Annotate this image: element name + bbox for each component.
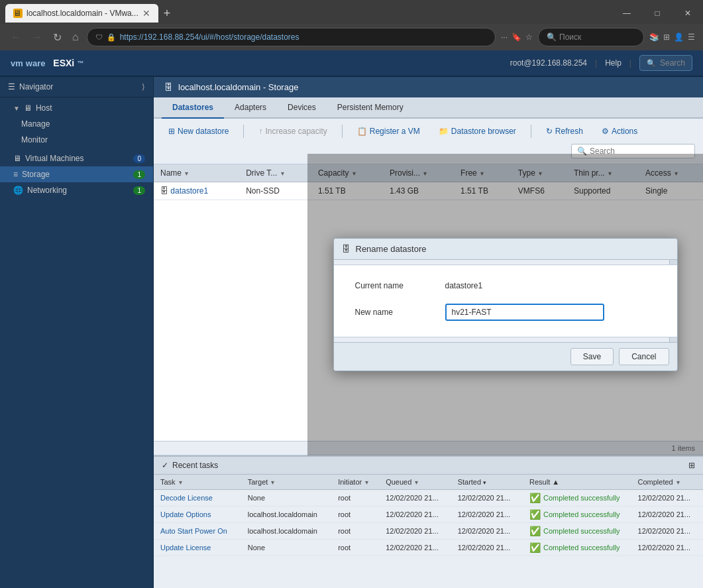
minimize-button[interactable]: — [612,1,642,25]
new-datastore-button[interactable]: ⊞ New datastore [162,124,235,139]
sidebar: ☰ Navigator ⟩ ▼ 🖥 Host Manage Monitor 🖥 … [0,77,154,588]
task-result: ✅Completed successfully [523,490,631,506]
tasks-scroll[interactable]: Task ▾ Target ▾ Initiator ▾ Queued ▾ Sta… [154,475,703,588]
search-icon-small: 🔍 [547,32,557,42]
completed-sort-icon: ▾ [676,479,680,486]
header-right: root@192.168.88.254 | Help | 🔍 Search [510,55,692,71]
cancel-button[interactable]: Cancel [619,348,669,365]
sidebar-collapse-button[interactable]: ⟩ [142,82,145,91]
refresh-label: Refresh [555,127,583,136]
star-icon[interactable]: ☆ [525,32,533,42]
sidebar-item-manage[interactable]: Manage [0,116,153,132]
task-link-4[interactable]: Update License [160,544,211,552]
bookmark-icon[interactable]: 🔖 [512,32,521,42]
initiator-sort-icon: ▾ [365,479,368,486]
task-target: localhost.localdomain [241,523,331,540]
task-link-1[interactable]: Decode License [160,494,213,502]
header-search-placeholder: Search [660,58,685,68]
register-vm-button[interactable]: 📋 Register a VM [351,124,427,139]
tab-persistent-memory[interactable]: Persistent Memory [327,97,414,119]
started-sort-icon: ▾ [483,479,486,486]
sidebar-item-host[interactable]: ▼ 🖥 Host [0,100,153,116]
tab-close-button[interactable]: ✕ [142,8,150,19]
tasks-col-completed[interactable]: Completed ▾ [631,475,703,490]
browser-icon: 📁 [439,127,449,136]
task-target: None [241,540,331,556]
address-input[interactable]: 🛡 🔒 https://192.168.88.254/ui/#/host/sto… [87,28,496,46]
cell-name: 🗄 datastore1 [154,182,239,200]
datastore-icon: 🗄 [160,186,168,196]
menu-icon[interactable]: ☰ [688,32,695,42]
refresh-button[interactable]: ↻ Refresh [539,124,590,139]
tasks-header-icon: ✓ [162,461,168,470]
tasks-col-target[interactable]: Target ▾ [241,475,331,490]
datastore-browser-button[interactable]: 📁 Datastore browser [432,124,523,139]
task-link-2[interactable]: Update Options [160,510,211,518]
browser-tab[interactable]: 🖥 localhost.localdomain - VMwa... ✕ [5,4,158,23]
tasks-col-started[interactable]: Started ▾ [451,475,523,490]
sidebar-item-virtual-machines[interactable]: 🖥 Virtual Machines 0 [0,150,153,166]
sidebar-item-monitor[interactable]: Monitor [0,132,153,148]
check-icon: ✅ [529,509,541,520]
tasks-expand-button[interactable]: ⊞ [688,461,695,470]
tasks-header: ✓ Recent tasks ⊞ [154,457,703,475]
task-target: localhost.localdomain [241,506,331,523]
dialog-scroll-bottom [334,337,677,342]
dialog-body: Current name datastore1 New name [334,265,677,337]
more-button[interactable]: ··· [501,32,508,42]
task-queued: 12/02/2020 21... [379,490,451,506]
save-button[interactable]: Save [570,348,614,365]
reload-button[interactable]: ↻ [50,30,64,45]
task-success-badge: ✅Completed successfully [529,542,624,553]
tasks-col-result[interactable]: Result ▲ [523,475,631,490]
window-controls: — □ ✕ [612,1,703,25]
toolbar-separator-3 [531,125,531,138]
increase-capacity-button[interactable]: ↑ Increase capacity [252,124,333,139]
drive-sort-icon: ▾ [281,170,284,177]
sidebar-manage-label: Manage [21,119,50,129]
window-close-button[interactable]: ✕ [673,1,703,25]
profile-icon[interactable]: 👤 [674,32,684,42]
current-user[interactable]: root@192.168.88.254 [510,58,587,68]
dialog-current-name-row: Current name datastore1 [355,281,656,290]
content-tab-nav: Datastores Adapters Devices Persistent M… [154,97,703,119]
tab-title: localhost.localdomain - VMwa... [27,9,138,18]
home-button[interactable]: ⌂ [70,30,81,44]
datastore-name-link[interactable]: datastore1 [170,186,208,196]
new-tab-button[interactable]: + [158,7,176,21]
tasks-col-queued[interactable]: Queued ▾ [379,475,451,490]
task-queued: 12/02/2020 21... [379,506,451,523]
tab-devices[interactable]: Devices [277,97,327,119]
back-button[interactable]: ← [8,30,24,44]
col-drive-type[interactable]: Drive T... ▾ [239,164,311,182]
new-name-input[interactable] [445,304,604,321]
task-completed: 12/02/2020 21... [631,540,703,556]
help-link[interactable]: Help [605,58,622,68]
tab-adapters[interactable]: Adapters [224,97,277,119]
task-link-3[interactable]: Auto Start Power On [160,527,227,535]
dialog-scrollbar[interactable] [669,260,677,265]
sidebar-item-storage[interactable]: ≡ Storage 1 [0,166,153,182]
header-separator2: | [629,58,631,68]
maximize-button[interactable]: □ [642,1,673,25]
forward-button[interactable]: → [29,30,45,44]
tasks-col-task[interactable]: Task ▾ [154,475,241,490]
task-name: Update Options [154,506,241,523]
browser-toolbar-icons: 📚 ⊞ 👤 ☰ [649,32,695,42]
split-view-icon[interactable]: ⊞ [663,32,670,42]
dialog-scrollbar-bottom[interactable] [669,337,677,342]
tab-datastores[interactable]: Datastores [162,97,224,119]
actions-button[interactable]: ⚙ Actions [595,124,644,139]
reading-list-icon[interactable]: 📚 [649,32,659,42]
header-search[interactable]: 🔍 Search [639,55,692,71]
target-sort-icon: ▾ [271,479,274,486]
refresh-icon: ↻ [546,127,553,136]
current-name-label: Current name [355,281,435,290]
task-queued: 12/02/2020 21... [379,523,451,540]
browser-search[interactable]: 🔍 Поиск [538,28,644,46]
new-datastore-icon: ⊞ [168,127,175,136]
task-result: ✅Completed successfully [523,506,631,523]
col-name[interactable]: Name ▾ [154,164,239,182]
tasks-col-initiator[interactable]: Initiator ▾ [331,475,379,490]
sidebar-item-networking[interactable]: 🌐 Networking 1 [0,182,153,198]
